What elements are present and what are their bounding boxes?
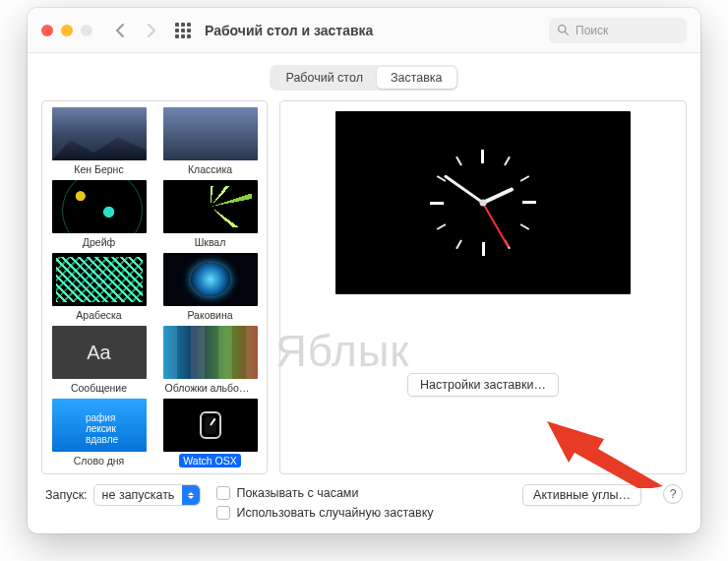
thumbnail (163, 399, 258, 452)
show-clock-checkbox[interactable]: Показывать с часами (216, 486, 507, 500)
screensaver-item-shell[interactable]: Раковина (159, 253, 261, 322)
zoom-window-button[interactable] (81, 25, 92, 36)
minimize-window-button[interactable] (61, 25, 73, 36)
toolbar: Рабочий стол и заставка Поиск (28, 8, 700, 53)
search-placeholder: Поиск (576, 24, 608, 37)
thumbnail (163, 253, 258, 306)
show-all-icon[interactable] (175, 23, 191, 38)
thumbnail (52, 253, 147, 306)
svg-line-1 (565, 31, 568, 34)
screensaver-item-kenburns[interactable]: Кен Бернс (48, 107, 150, 176)
search-icon (557, 24, 570, 36)
screensaver-item-word[interactable]: рафия лексик вдавле Слово дня (48, 399, 150, 468)
watch-icon (200, 411, 221, 439)
help-button[interactable]: ? (663, 484, 683, 504)
forward-button[interactable] (140, 20, 163, 41)
thumbnail: рафия лексик вдавле (52, 399, 147, 452)
hot-corners-button[interactable]: Активные углы… (522, 484, 641, 506)
preview-pane: Настройки заставки… (279, 100, 687, 474)
checkbox-box (216, 486, 230, 500)
stepper-icon (182, 485, 200, 505)
search-field[interactable]: Поиск (549, 18, 687, 43)
screensaver-list[interactable]: Кен Бернс Классика Дрейф Шквал Арабеска (41, 100, 268, 474)
window-controls (41, 25, 92, 36)
screensaver-item-squall[interactable]: Шквал (159, 180, 261, 249)
screensaver-preview (335, 111, 631, 294)
screensaver-options-button[interactable]: Настройки заставки… (407, 373, 559, 397)
thumbnail (163, 107, 258, 160)
thumbnail (163, 180, 258, 233)
thumbnail (52, 180, 147, 233)
clock-face (424, 144, 542, 262)
screensaver-item-albums[interactable]: Обложки альбомов (159, 326, 261, 395)
launch-select[interactable]: не запускать (93, 484, 202, 506)
screensaver-item-watchosx[interactable]: Watch OSX (159, 399, 261, 468)
thumbnail (52, 107, 147, 160)
thumbnail (163, 326, 258, 379)
close-window-button[interactable] (41, 25, 53, 36)
random-screensaver-checkbox[interactable]: Использовать случайную заставку (216, 506, 507, 520)
tab-bar: Рабочий стол Заставка (28, 53, 700, 100)
thumbnail: Aa (52, 326, 147, 379)
tab-screensaver[interactable]: Заставка (377, 67, 456, 89)
window-title: Рабочий стол и заставка (205, 23, 373, 38)
tab-desktop[interactable]: Рабочий стол (272, 67, 376, 89)
checkbox-box (216, 506, 230, 520)
back-button[interactable] (108, 20, 132, 41)
launch-value: не запускать (94, 488, 183, 502)
screensaver-item-drift[interactable]: Дрейф (48, 180, 150, 249)
screensaver-item-arabesque[interactable]: Арабеска (48, 253, 150, 322)
launch-label: Запуск: (45, 488, 88, 502)
preferences-window: Рабочий стол и заставка Поиск Рабочий ст… (28, 8, 700, 533)
footer: Запуск: не запускать Показывать с часами… (28, 474, 700, 533)
screensaver-item-classic[interactable]: Классика (159, 107, 261, 176)
screensaver-item-message[interactable]: Aa Сообщение (48, 326, 150, 395)
